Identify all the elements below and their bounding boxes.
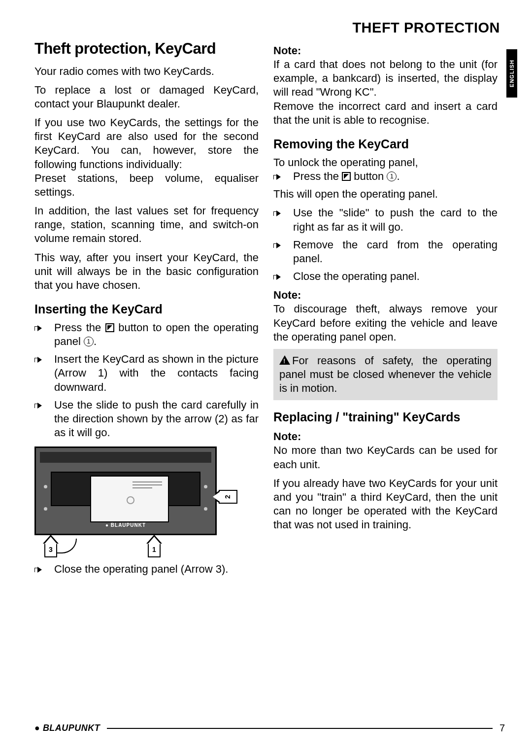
paragraph: To unlock the operating panel,: [273, 156, 498, 170]
bullet-arrow-icon: [273, 210, 281, 217]
bullet-arrow-icon: [273, 274, 281, 280]
right-column: Note: If a card that does not belong to …: [273, 39, 498, 580]
paragraph: This will open the operating panel.: [273, 187, 498, 201]
text: Close the operating panel.: [293, 270, 498, 283]
list-item: Press the button 1.: [273, 170, 498, 183]
text: Close the operating panel (Arrow 3).: [54, 562, 259, 576]
bullet-arrow-icon: [34, 356, 42, 363]
text: Insert the KeyCard as shown in the pictu…: [54, 352, 259, 394]
page-footer: BLAUPUNKT 7: [34, 722, 505, 734]
bullet-arrow-icon: [34, 566, 42, 573]
subheading-inserting: Inserting the KeyCard: [34, 301, 259, 317]
list-item: Close the operating panel.: [273, 270, 498, 283]
open-panel-icon: [105, 323, 114, 332]
device-frame: BLAUPUNKT: [34, 447, 217, 535]
subheading-replacing: Replacing / "training" KeyCards: [273, 409, 498, 425]
warning-box: For reasons of safety, the operating pan…: [273, 349, 498, 400]
left-column: Theft protection, KeyCard Your radio com…: [34, 39, 259, 580]
paragraph: If you already have two KeyCards for you…: [273, 477, 498, 532]
list-item: Insert the KeyCard as shown in the pictu…: [34, 352, 259, 394]
paragraph: This way, after you insert your KeyCard,…: [34, 251, 259, 292]
arrow-1: 1: [148, 543, 161, 557]
list-item: Use the slide to push the card carefully…: [34, 398, 259, 440]
bullet-arrow-icon: [273, 173, 281, 180]
text: button: [351, 170, 387, 182]
keycard-illustration: [90, 476, 169, 522]
paragraph: Your radio comes with two KeyCards.: [34, 65, 259, 78]
paragraph: If a card that does not belong to the un…: [273, 58, 498, 99]
paragraph: In addition, the last values set for fre…: [34, 204, 259, 245]
list-item: Remove the card from the operating panel…: [273, 238, 498, 266]
bullet-arrow-icon: [34, 402, 42, 409]
brand-label: BLAUPUNKT: [36, 522, 215, 529]
arrow-3: 3: [44, 543, 57, 557]
text: Press the: [54, 321, 105, 334]
text: Use the "slide" to push the card to the …: [293, 206, 498, 234]
note-heading: Note:: [273, 44, 498, 58]
bullet-arrow-icon: [34, 325, 42, 332]
circled-number: 1: [387, 172, 397, 181]
note-heading: Note:: [273, 430, 498, 444]
content-columns: Theft protection, KeyCard Your radio com…: [34, 39, 505, 580]
page-title: Theft protection, KeyCard: [34, 39, 259, 59]
section-header: THEFT PROTECTION: [34, 20, 505, 36]
bullet-arrow-icon: [273, 242, 281, 249]
note-heading: Note:: [273, 288, 498, 302]
text: Remove the card from the operating panel…: [293, 238, 498, 266]
page-number: 7: [499, 722, 505, 734]
list-item: Use the "slide" to push the card to the …: [273, 206, 498, 234]
paragraph: To replace a lost or damaged KeyCard, co…: [34, 83, 259, 111]
text: Press the: [293, 170, 342, 182]
open-panel-icon: [342, 172, 351, 181]
language-tab: ENGLISH: [506, 49, 517, 98]
paragraph: If you use two KeyCards, the settings fo…: [34, 116, 259, 172]
circled-number: 1: [84, 337, 94, 346]
paragraph: Preset stations, beep volume, equaliser …: [34, 172, 259, 199]
keycard-diagram: BLAUPUNKT 2 1 3: [34, 447, 232, 557]
arrow-2: 2: [219, 490, 237, 504]
paragraph: No more than two KeyCards can be used fo…: [273, 444, 498, 471]
footer-divider: [107, 728, 493, 729]
list-item: Close the operating panel (Arrow 3).: [34, 562, 259, 576]
warning-text: For reasons of safety, the operating pan…: [279, 354, 492, 394]
list-item: Press the button to open the operating p…: [34, 321, 259, 348]
paragraph: To discourage theft, always remove your …: [273, 302, 498, 344]
warning-icon: [279, 355, 290, 365]
paragraph: Remove the incorrect card and insert a c…: [273, 100, 498, 127]
footer-brand: BLAUPUNKT: [34, 723, 100, 733]
text: Use the slide to push the card carefully…: [54, 398, 259, 440]
subheading-removing: Removing the KeyCard: [273, 136, 498, 152]
